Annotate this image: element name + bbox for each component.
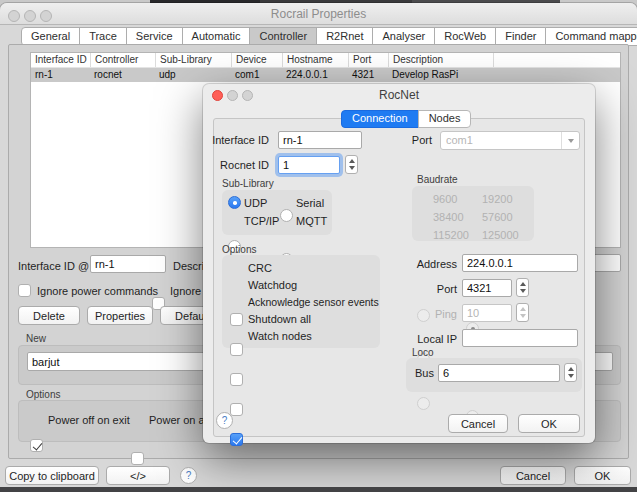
- power-off-on-exit-checkbox[interactable]: [30, 439, 43, 452]
- dialog-close-icon[interactable]: [212, 90, 223, 101]
- cell-port: 4321: [348, 68, 388, 82]
- options-group-label: Options: [26, 389, 60, 400]
- baudrate-group-label: Baudrate: [417, 174, 458, 185]
- column-header: Port: [348, 53, 388, 67]
- code-button[interactable]: </>: [106, 466, 170, 485]
- tab-connection[interactable]: Connection: [341, 110, 419, 128]
- dialog-tabbar: Connection Nodes: [342, 110, 471, 128]
- radio-115200-label: 115200: [433, 229, 469, 241]
- dialog-minimize-icon[interactable]: [227, 90, 238, 101]
- radio-udp-label: UDP: [244, 197, 267, 209]
- sublibrary-group-label: Sub-Library: [222, 178, 274, 189]
- crc-label: CRC: [248, 262, 272, 274]
- bus-stepper[interactable]: [564, 363, 577, 382]
- bus-input[interactable]: [438, 364, 560, 382]
- radio-38400-label: 38400: [433, 211, 464, 223]
- stepper-up-icon[interactable]: [568, 367, 574, 371]
- stepper-up-icon[interactable]: [349, 159, 355, 163]
- watchdog-label: Watchdog: [248, 279, 297, 291]
- column-header: Sub-Library: [155, 53, 231, 67]
- udp-port-input[interactable]: [462, 279, 512, 297]
- ping-label: Ping: [393, 308, 457, 320]
- stepper-down-icon[interactable]: [349, 166, 355, 170]
- dialog-ok-button[interactable]: OK: [518, 414, 580, 433]
- local-ip-input[interactable]: [462, 329, 578, 347]
- power-on-checkbox[interactable]: [131, 452, 144, 465]
- radio-serial[interactable]: [280, 209, 293, 222]
- udp-port-stepper[interactable]: [516, 278, 529, 297]
- watch-nodes-checkbox[interactable]: [230, 433, 243, 446]
- interface-id-at-input[interactable]: [90, 255, 166, 273]
- watchdog-checkbox[interactable]: [230, 343, 243, 356]
- radio-udp[interactable]: [228, 196, 241, 209]
- serial-port-combo[interactable]: com1: [440, 131, 580, 150]
- rocnet-id-stepper[interactable]: [345, 155, 358, 174]
- column-header: Hostname: [282, 53, 348, 67]
- address-input[interactable]: [462, 254, 578, 272]
- ignore-power-commands-label: Ignore power commands: [37, 285, 158, 297]
- crc-checkbox[interactable]: [230, 313, 243, 326]
- cell-description: Develop RasPi: [388, 68, 493, 82]
- dialog-cancel-button[interactable]: Cancel: [448, 414, 508, 433]
- radio-mqtt-label: MQTT: [296, 215, 327, 227]
- cancel-button[interactable]: Cancel: [500, 466, 566, 485]
- radio-125000-label: 125000: [482, 229, 519, 241]
- acknowledge-sensor-events-checkbox[interactable]: [230, 373, 243, 386]
- loco-group-label: Loco: [412, 347, 434, 358]
- table-row[interactable]: rn-1 rocnet udp com1 224.0.0.1 4321 Deve…: [31, 68, 620, 82]
- serial-port-value: com1: [441, 132, 561, 149]
- stepper-down-icon[interactable]: [568, 374, 574, 378]
- cell-device: com1: [231, 68, 282, 82]
- rocnet-id-label: Rocnet ID: [211, 159, 269, 171]
- ping-stepper[interactable]: [516, 303, 529, 322]
- radio-tcpip-label: TCP/IP: [244, 215, 279, 227]
- rocnet-id-input[interactable]: [278, 156, 340, 174]
- table-header: Interface ID Controller Sub-Library Devi…: [31, 53, 620, 68]
- acknowledge-sensor-events-label: Acknowledge sensor events: [248, 296, 379, 308]
- window-title: Rocrail Properties: [0, 3, 637, 25]
- ignore-partial-label: Ignore p: [170, 285, 204, 297]
- column-header: [493, 53, 620, 67]
- new-group-label: New: [26, 333, 46, 344]
- dialog-help-button[interactable]: ?: [216, 412, 233, 429]
- udp-port-label: Port: [393, 283, 457, 295]
- radio-115200[interactable]: [417, 397, 430, 410]
- power-off-on-exit-label: Power off on exit: [48, 414, 130, 426]
- column-header: Interface ID: [31, 53, 90, 67]
- interface-id-input[interactable]: [278, 131, 362, 149]
- options-group-label: Options: [222, 244, 256, 255]
- radio-serial-label: Serial: [296, 197, 324, 209]
- cell-interface-id: rn-1: [31, 68, 90, 82]
- local-ip-label: Local IP: [393, 333, 457, 345]
- shutdown-all-checkbox[interactable]: [230, 403, 243, 416]
- cell-hostname: 224.0.0.1: [282, 68, 348, 82]
- serial-port-label: Port: [402, 134, 432, 146]
- stepper-down-icon[interactable]: [520, 314, 526, 318]
- delete-button[interactable]: Delete: [18, 306, 80, 325]
- cell-controller: rocnet: [90, 68, 155, 82]
- rocnet-dialog: RocNet Connection Nodes Interface ID Roc…: [203, 84, 595, 443]
- copy-to-clipboard-button[interactable]: Copy to clipboard: [5, 466, 99, 485]
- ignore-power-commands-checkbox[interactable]: [18, 284, 31, 297]
- radio-57600-label: 57600: [482, 211, 513, 223]
- cell-sublibrary: udp: [155, 68, 231, 82]
- interface-id-at-label: Interface ID @: [18, 260, 89, 272]
- watch-nodes-label: Watch nodes: [248, 330, 312, 342]
- bus-label: Bus: [415, 367, 434, 379]
- properties-button[interactable]: Properties: [87, 306, 153, 325]
- dialog-title: RocNet: [203, 84, 595, 106]
- window-bottom-edge: [0, 487, 637, 492]
- column-header: Device: [231, 53, 282, 67]
- dialog-zoom-icon[interactable]: [242, 90, 253, 101]
- stepper-up-icon[interactable]: [520, 307, 526, 311]
- address-label: Address: [393, 258, 457, 270]
- stepper-up-icon[interactable]: [520, 282, 526, 286]
- ok-button[interactable]: OK: [574, 466, 631, 485]
- tab-nodes[interactable]: Nodes: [418, 110, 472, 128]
- shutdown-all-label: Shutdown all: [248, 313, 311, 325]
- ping-input[interactable]: [462, 304, 512, 322]
- stepper-down-icon[interactable]: [520, 289, 526, 293]
- chevron-down-icon: [561, 132, 579, 149]
- column-header: Controller: [90, 53, 155, 67]
- help-button[interactable]: ?: [180, 467, 197, 484]
